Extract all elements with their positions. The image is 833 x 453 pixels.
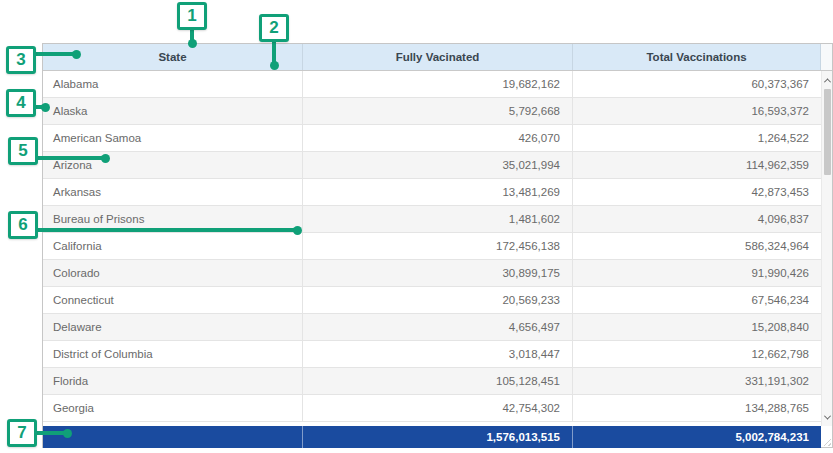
cell-fully-vaccinated: 4,656,497 xyxy=(303,314,573,340)
cell-total-vaccinations: 4,096,837 xyxy=(573,206,821,232)
callout-badge: 4 xyxy=(6,89,36,117)
table-row[interactable]: Arkansas 13,481,269 42,873,453 xyxy=(43,179,821,206)
scroll-up-button[interactable] xyxy=(822,73,832,87)
resize-grip-icon xyxy=(823,438,831,446)
chevron-down-icon xyxy=(823,412,830,419)
callout-dot xyxy=(270,61,279,70)
cell-fully-vaccinated: 3,018,447 xyxy=(303,341,573,367)
cell-state: Delaware xyxy=(43,314,303,340)
table-row[interactable]: Arizona 35,021,994 114,962,359 xyxy=(43,152,821,179)
chevron-up-icon xyxy=(823,78,830,85)
cell-total-vaccinations: 134,288,765 xyxy=(573,395,821,421)
table-row[interactable]: American Samoa 426,070 1,264,522 xyxy=(43,125,821,152)
cell-fully-vaccinated: 1,481,602 xyxy=(303,206,573,232)
callout-line xyxy=(36,156,105,160)
cell-state: Connecticut xyxy=(43,287,303,313)
callout-dot xyxy=(101,154,110,163)
cell-fully-vaccinated: 42,754,302 xyxy=(303,395,573,421)
cell-state: Colorado xyxy=(43,260,303,286)
table-header-row: State Fully Vacinated Total Vaccinations xyxy=(43,44,832,71)
callout-badge: 7 xyxy=(7,419,37,447)
cell-state: American Samoa xyxy=(43,125,303,151)
callout-line xyxy=(36,228,297,232)
table-row[interactable]: Connecticut 20,569,233 67,546,234 xyxy=(43,287,821,314)
callout-badge: 5 xyxy=(8,137,38,165)
table-row[interactable]: Alabama 19,682,162 60,373,367 xyxy=(43,71,821,98)
cell-total-vaccinations: 60,373,367 xyxy=(573,71,821,97)
table-row[interactable]: Delaware 4,656,497 15,208,840 xyxy=(43,314,821,341)
cell-state: Arkansas xyxy=(43,179,303,205)
cell-state: Florida xyxy=(43,368,303,394)
scroll-down-button[interactable] xyxy=(822,410,832,424)
cell-total-vaccinations: 15,208,840 xyxy=(573,314,821,340)
column-header-fully-vaccinated: Fully Vacinated xyxy=(303,44,573,70)
totals-total-vaccinations: 5,002,784,231 xyxy=(573,426,821,448)
table-row[interactable]: Colorado 30,899,175 91,990,426 xyxy=(43,260,821,287)
callout-badge: 1 xyxy=(177,2,207,30)
cell-total-vaccinations: 42,873,453 xyxy=(573,179,821,205)
callout-badge: 6 xyxy=(8,211,38,239)
callout-badge: 3 xyxy=(6,46,36,74)
callout-badge: 2 xyxy=(259,14,289,42)
scrollbar-thumb[interactable] xyxy=(824,89,831,175)
table-row[interactable]: California 172,456,138 586,324,964 xyxy=(43,233,821,260)
cell-fully-vaccinated: 13,481,269 xyxy=(303,179,573,205)
cell-fully-vaccinated: 172,456,138 xyxy=(303,233,573,259)
table-row[interactable]: Georgia 42,754,302 134,288,765 xyxy=(43,395,821,422)
vertical-scrollbar[interactable] xyxy=(821,71,832,426)
cell-state: California xyxy=(43,233,303,259)
callout-dot xyxy=(41,103,50,112)
column-header-state: State xyxy=(43,44,303,70)
cell-total-vaccinations: 16,593,372 xyxy=(573,98,821,124)
cell-fully-vaccinated: 105,128,451 xyxy=(303,368,573,394)
table-row[interactable]: District of Columbia 3,018,447 12,662,79… xyxy=(43,341,821,368)
cell-total-vaccinations: 586,324,964 xyxy=(573,233,821,259)
cell-total-vaccinations: 12,662,798 xyxy=(573,341,821,367)
totals-fully-vaccinated: 1,576,013,515 xyxy=(303,426,573,448)
cell-state: Alaska xyxy=(43,98,303,124)
vaccination-table-widget: State Fully Vacinated Total Vaccinations… xyxy=(42,43,833,448)
table-body: Alabama 19,682,162 60,373,367 Alaska 5,7… xyxy=(43,71,821,426)
callout-dot xyxy=(293,226,302,235)
totals-state-cell xyxy=(43,426,303,448)
cell-fully-vaccinated: 19,682,162 xyxy=(303,71,573,97)
cell-state: District of Columbia xyxy=(43,341,303,367)
cell-state: Alabama xyxy=(43,71,303,97)
header-scrollbar-corner xyxy=(821,44,832,70)
callout-dot xyxy=(72,50,81,59)
cell-fully-vaccinated: 5,792,668 xyxy=(303,98,573,124)
cell-fully-vaccinated: 30,899,175 xyxy=(303,260,573,286)
cell-fully-vaccinated: 35,021,994 xyxy=(303,152,573,178)
cell-fully-vaccinated: 426,070 xyxy=(303,125,573,151)
callout-dot xyxy=(188,39,197,48)
table-row[interactable]: Florida 105,128,451 331,191,302 xyxy=(43,368,821,395)
callout-line xyxy=(35,52,76,56)
cell-total-vaccinations: 91,990,426 xyxy=(573,260,821,286)
cell-total-vaccinations: 114,962,359 xyxy=(573,152,821,178)
totals-row: 1,576,013,515 5,002,784,231 xyxy=(43,426,821,448)
cell-total-vaccinations: 1,264,522 xyxy=(573,125,821,151)
cell-fully-vaccinated: 20,569,233 xyxy=(303,287,573,313)
dashboard-table-page: State Fully Vacinated Total Vaccinations… xyxy=(0,0,833,453)
cell-total-vaccinations: 331,191,302 xyxy=(573,368,821,394)
table-row[interactable]: Alaska 5,792,668 16,593,372 xyxy=(43,98,821,125)
cell-total-vaccinations: 67,546,234 xyxy=(573,287,821,313)
cell-state: Georgia xyxy=(43,395,303,421)
callout-dot xyxy=(63,429,72,438)
column-header-total-vaccinations: Total Vaccinations xyxy=(573,44,821,70)
